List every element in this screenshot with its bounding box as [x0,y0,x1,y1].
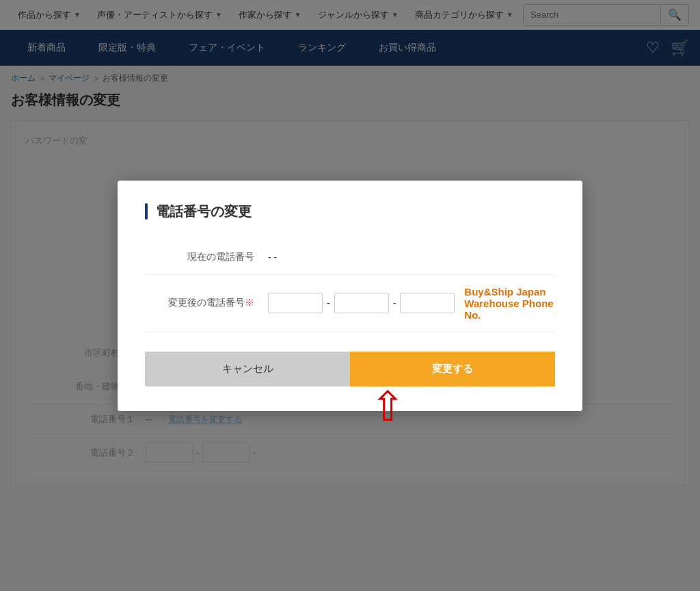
annotation-text: Buy&Ship Japan Warehouse Phone No. [464,286,555,321]
new-phone-inputs: - - Buy&Ship Japan Warehouse Phone No. [268,286,555,321]
new-phone-input2[interactable] [334,293,389,313]
modal-buttons: キャンセル 変更する [145,352,555,386]
modal-overlay: 電話番号の変更 現在の電話番号 - - 変更後の電話番号※ - - Buy&Sh… [0,0,700,499]
confirm-button[interactable]: 変更する [350,352,555,386]
current-phone-row: 現在の電話番号 - - [145,240,555,275]
modal-header-bar [145,203,148,220]
modal-header: 電話番号の変更 [145,202,555,221]
new-phone-sep1: - [327,298,330,308]
current-phone-value: - - [268,252,277,263]
new-phone-label: 変更後の電話番号※ [145,297,254,309]
modal-buttons-wrapper: キャンセル 変更する ⇧ [145,352,555,386]
required-mark: ※ [245,297,254,308]
new-phone-input1[interactable] [268,293,323,313]
new-phone-row: 変更後の電話番号※ - - Buy&Ship Japan Warehouse P… [145,275,555,332]
cancel-button[interactable]: キャンセル [145,352,350,386]
red-arrow-icon: ⇧ [371,386,405,428]
new-phone-label-text: 変更後の電話番号 [168,297,245,308]
new-phone-sep2: - [393,298,396,308]
modal-title: 電話番号の変更 [156,202,252,221]
new-phone-input3[interactable] [400,293,455,313]
current-phone-label: 現在の電話番号 [145,251,254,263]
modal-dialog: 電話番号の変更 現在の電話番号 - - 変更後の電話番号※ - - Buy&Sh… [118,181,582,411]
